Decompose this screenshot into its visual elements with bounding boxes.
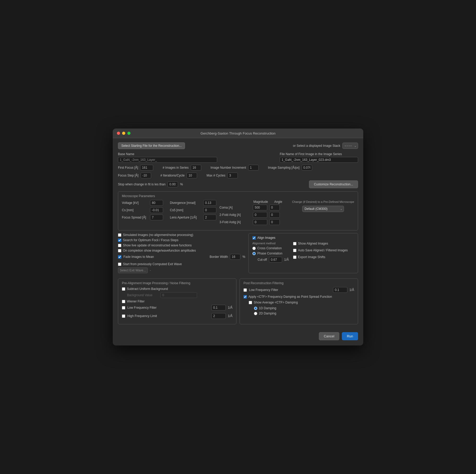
search-optimum-checkbox[interactable] bbox=[118, 239, 121, 242]
lens-aperture-label: Lens Aperture [1/Å] bbox=[170, 216, 201, 219]
apply-ctf-label: Apply <CTF> Frequency Damping as Point S… bbox=[248, 295, 332, 299]
voltage-input[interactable] bbox=[150, 200, 163, 206]
post-reconstruction-title: Post Reconstruction Filtering bbox=[243, 281, 354, 285]
post-low-freq-checkbox[interactable] bbox=[243, 288, 247, 292]
images-in-series-label: # Images in Series bbox=[163, 166, 188, 169]
focus-spread-input[interactable] bbox=[150, 215, 163, 220]
damping-2d-label: 2D Damping bbox=[259, 312, 276, 315]
align-section: Align Images Alignment method Cross Corr… bbox=[248, 233, 358, 273]
cancel-button[interactable]: Cancel bbox=[319, 332, 339, 340]
cross-correlation-radio[interactable] bbox=[252, 247, 256, 250]
alignment-method-label: Alignment method bbox=[252, 242, 289, 245]
main-window: Gerchberg-Saxton Through Focus Reconstru… bbox=[113, 129, 363, 345]
show-aligned-checkbox[interactable] bbox=[293, 242, 296, 245]
image-stack-select[interactable]: - - - - bbox=[342, 143, 358, 149]
start-from-exit-checkbox[interactable] bbox=[118, 263, 121, 266]
cs5-label: Cs5 [mm] bbox=[170, 208, 201, 212]
run-button[interactable]: Run bbox=[342, 332, 358, 340]
pre-low-freq-input[interactable] bbox=[211, 305, 226, 311]
simulated-images-checkbox[interactable] bbox=[118, 233, 121, 237]
coma-label: Coma [A] bbox=[219, 206, 251, 209]
background-value-input[interactable] bbox=[160, 292, 197, 298]
base-name-input[interactable] bbox=[118, 157, 217, 163]
max-cycles-input[interactable] bbox=[227, 173, 238, 178]
file-name-input[interactable] bbox=[280, 157, 358, 163]
lens-aperture-input[interactable] bbox=[203, 215, 216, 220]
image-sampling-label: Image Sampling [Å/px] bbox=[268, 166, 300, 169]
cutoff-unit: 1/Å bbox=[284, 258, 289, 262]
cs-input[interactable] bbox=[150, 207, 163, 213]
divergence-label: Divergence [mrad] bbox=[170, 201, 201, 205]
align-images-label: Align Images bbox=[257, 236, 275, 240]
left-options: Simulated Images (no alignment/noise pro… bbox=[118, 233, 245, 276]
close-button[interactable] bbox=[117, 132, 120, 135]
fold2-label: 2-Fold Astig [A] bbox=[219, 213, 251, 217]
images-in-series-input[interactable] bbox=[191, 165, 201, 171]
high-freq-checkbox[interactable] bbox=[122, 314, 125, 318]
post-low-freq-input[interactable] bbox=[333, 287, 347, 293]
cs-label: Cs [mm] bbox=[122, 208, 148, 212]
focus-step-label: Focus Step [Å] bbox=[118, 174, 139, 177]
customize-button[interactable]: Customize Reconstruction... bbox=[309, 180, 358, 188]
cutoff-input[interactable] bbox=[269, 257, 282, 263]
apply-ctf-checkbox[interactable] bbox=[243, 295, 247, 299]
focus-step-input[interactable] bbox=[141, 173, 151, 178]
cutoff-label: Cut-off bbox=[258, 258, 267, 262]
pre-low-freq-checkbox[interactable] bbox=[122, 306, 125, 309]
on-completion-label: On completion show image/wavefunction am… bbox=[123, 249, 196, 252]
wiener-filter-label: Wiener Filter bbox=[127, 300, 145, 303]
export-shifts-checkbox[interactable] bbox=[293, 256, 296, 259]
border-width-input[interactable] bbox=[230, 254, 240, 260]
image-sampling-input[interactable] bbox=[302, 165, 312, 171]
minimize-button[interactable] bbox=[122, 132, 125, 135]
subtract-bg-checkbox[interactable] bbox=[122, 287, 125, 291]
damping-2d-radio[interactable] bbox=[254, 312, 257, 315]
divergence-input[interactable] bbox=[203, 200, 216, 206]
microscope-preset-select[interactable]: Default (CM300) bbox=[302, 206, 344, 212]
bottom-buttons: Cancel Run bbox=[118, 330, 358, 341]
first-focus-label: First Focus [Å] bbox=[118, 166, 138, 169]
select-exit-wave-button[interactable]: Select Exit Wave... bbox=[118, 268, 148, 273]
alignment-method-group: Alignment method Cross Correlation Phase… bbox=[252, 242, 289, 265]
show-average-label: Show Average <CTF> Damping bbox=[254, 301, 298, 304]
fold3-magnitude-input[interactable] bbox=[253, 219, 267, 225]
maximize-button[interactable] bbox=[127, 132, 130, 135]
wiener-filter-checkbox[interactable] bbox=[122, 300, 125, 303]
iterations-cycle-input[interactable] bbox=[187, 173, 197, 178]
show-average-checkbox[interactable] bbox=[249, 301, 252, 304]
subtract-bg-label: Subtract Uniform Background bbox=[127, 287, 168, 291]
phase-correlation-label: Phase Correlation bbox=[257, 252, 282, 255]
search-optimum-label: Search for Optimum Focii / Focus Steps bbox=[123, 238, 178, 242]
cross-correlation-label: Cross Correlation bbox=[257, 246, 282, 250]
coma-magnitude-input[interactable] bbox=[253, 205, 267, 210]
cs5-input[interactable] bbox=[203, 207, 216, 213]
file-name-label: File Name of First Image in the Image Se… bbox=[280, 152, 358, 156]
titlebar: Gerchberg-Saxton Through Focus Reconstru… bbox=[113, 129, 363, 138]
microscope-title: Microscope Parameters bbox=[122, 194, 354, 198]
pre-alignment-section: Pre-Alignment Image Processing / Noise F… bbox=[118, 278, 236, 324]
on-completion-checkbox[interactable] bbox=[118, 249, 121, 252]
post-low-freq-unit: 1/Å bbox=[349, 288, 354, 292]
fade-images-label: Fade Images to Mean bbox=[123, 255, 154, 259]
auto-save-label: Auto Save Aligned / Filtered Images bbox=[298, 248, 348, 252]
fold2-magnitude-input[interactable] bbox=[253, 212, 267, 218]
phase-correlation-radio[interactable] bbox=[252, 252, 256, 255]
show-live-update-checkbox[interactable] bbox=[118, 244, 121, 247]
stop-change-input[interactable] bbox=[168, 181, 178, 187]
fade-images-checkbox[interactable] bbox=[118, 255, 121, 259]
first-focus-input[interactable] bbox=[140, 165, 153, 171]
image-number-increment-input[interactable] bbox=[248, 165, 259, 171]
align-images-checkbox[interactable] bbox=[252, 236, 256, 240]
damping-1d-radio[interactable] bbox=[254, 307, 257, 310]
select-file-button[interactable]: Select Starting File for the Reconstruct… bbox=[118, 142, 185, 149]
border-width-label: Border Width bbox=[210, 255, 228, 259]
high-freq-input[interactable] bbox=[211, 313, 226, 319]
auto-save-checkbox[interactable] bbox=[293, 249, 296, 252]
change-microscope-label: Change (if Desired) to a Pre-Defined Mic… bbox=[292, 200, 354, 204]
fold3-angle-input[interactable] bbox=[269, 219, 280, 225]
coma-angle-input[interactable] bbox=[269, 205, 280, 210]
base-name-label: Base Name bbox=[118, 152, 217, 156]
show-aligned-label: Show Aligned Images bbox=[298, 242, 328, 245]
align-options-group: Show Aligned Images Auto Save Aligned / … bbox=[293, 242, 348, 265]
fold2-angle-input[interactable] bbox=[269, 212, 280, 218]
